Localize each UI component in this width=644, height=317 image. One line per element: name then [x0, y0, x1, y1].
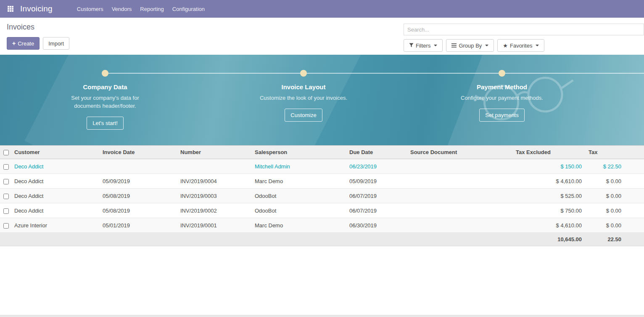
cell-number: INV/2019/0004: [177, 174, 251, 189]
step-title: Payment Method: [477, 83, 527, 91]
favorites-button[interactable]: ★ Favorites: [497, 39, 544, 52]
cell-filler: [625, 218, 644, 233]
table-totals-row: 10,645.00 22.50: [0, 233, 644, 246]
cell-invoice-date: 05/09/2019: [99, 174, 177, 189]
step-description: Customize the look of your invoices.: [260, 94, 347, 102]
star-icon: ★: [503, 43, 508, 48]
lets-start-button[interactable]: Let's start!: [87, 117, 124, 130]
onboarding-step-company-data: Company Data Set your company's data for…: [34, 70, 177, 130]
favorites-button-label: Favorites: [510, 43, 532, 49]
group-by-button-label: Group By: [459, 43, 482, 49]
search-input[interactable]: [404, 24, 644, 35]
column-header-number[interactable]: Number: [177, 146, 251, 159]
cell-due-date: 06/07/2019: [346, 203, 407, 218]
cell-customer: Azure Interior: [11, 218, 99, 233]
cell-due-date: 06/23/2019: [346, 159, 407, 174]
column-header-due-date[interactable]: Due Date: [346, 146, 407, 159]
table-row[interactable]: Deco Addict Mitchell Admin 06/23/2019 $ …: [0, 159, 644, 174]
table-row[interactable]: Deco Addict 05/08/2019 INV/2019/0002 Odo…: [0, 203, 644, 218]
cell-salesperson: OdooBot: [251, 203, 346, 218]
column-header-tax[interactable]: Tax: [585, 146, 625, 159]
onboarding-step-invoice-layout: Invoice Layout Customize the look of you…: [232, 70, 375, 122]
nav-item-reporting[interactable]: Reporting: [136, 0, 168, 18]
column-header-filler: [625, 146, 644, 159]
invoice-list-table: Customer Invoice Date Number Salesperson…: [0, 145, 644, 246]
total-tax: 22.50: [585, 233, 625, 246]
column-header-tax-excluded[interactable]: Tax Excluded: [512, 146, 585, 159]
column-header-source-document[interactable]: Source Document: [407, 146, 512, 159]
nav-item-customers[interactable]: Customers: [73, 0, 108, 18]
table-row[interactable]: Deco Addict 05/09/2019 INV/2019/0004 Mar…: [0, 174, 644, 189]
cell-number: [177, 159, 251, 174]
cell-invoice-date: 05/08/2019: [99, 203, 177, 218]
cell-number: INV/2019/0002: [177, 203, 251, 218]
table-header-row: Customer Invoice Date Number Salesperson…: [0, 146, 644, 159]
column-header-customer[interactable]: Customer: [11, 146, 99, 159]
cell-salesperson: Mitchell Admin: [251, 159, 346, 174]
cell-salesperson: Marc Demo: [251, 218, 346, 233]
chevron-down-icon: [434, 45, 437, 46]
cell-tax-excluded: $ 4,610.00: [512, 218, 585, 233]
totals-spacer: [0, 233, 512, 246]
total-tax-excluded: 10,645.00: [512, 233, 585, 246]
cell-customer: Deco Addict: [11, 203, 99, 218]
nav-item-vendors[interactable]: Vendors: [108, 0, 136, 18]
group-list-icon: [451, 43, 457, 49]
cell-number: INV/2019/0001: [177, 218, 251, 233]
row-checkbox[interactable]: [3, 194, 9, 199]
cell-invoice-date: 05/08/2019: [99, 189, 177, 203]
apps-menu-icon[interactable]: [5, 4, 16, 13]
table-row[interactable]: Azure Interior 05/01/2019 INV/2019/0001 …: [0, 218, 644, 233]
onboarding-banner: Company Data Set your company's data for…: [0, 55, 644, 145]
step-title: Invoice Layout: [281, 83, 325, 91]
search-options: Filters Group By ★ Favorites: [404, 39, 644, 52]
table-row[interactable]: Deco Addict 05/08/2019 INV/2019/0003 Odo…: [0, 189, 644, 203]
cell-tax-excluded: $ 4,610.00: [512, 174, 585, 189]
column-header-salesperson[interactable]: Salesperson: [251, 146, 346, 159]
filter-funnel-icon: [409, 43, 414, 49]
customize-button[interactable]: Customize: [285, 109, 322, 122]
cell-customer: Deco Addict: [11, 189, 99, 203]
cell-tax-excluded: $ 750.00: [512, 203, 585, 218]
column-header-invoice-date[interactable]: Invoice Date: [99, 146, 177, 159]
set-payments-button[interactable]: Set payments: [479, 109, 525, 122]
cell-customer: Deco Addict: [11, 174, 99, 189]
cell-filler: [625, 174, 644, 189]
nav-item-configuration[interactable]: Configuration: [168, 0, 209, 18]
chevron-down-icon: [536, 45, 539, 46]
step-dot-icon: [300, 70, 307, 77]
step-description: Set your company's data for documents he…: [58, 94, 153, 110]
app-brand[interactable]: Invoicing: [20, 4, 53, 13]
cell-filler: [625, 203, 644, 218]
row-checkbox[interactable]: [3, 179, 9, 184]
horizontal-scrollbar-track[interactable]: [0, 315, 644, 317]
onboarding-step-payment-method: Payment Method Configure your payment me…: [430, 70, 573, 122]
cell-source-document: [407, 189, 512, 203]
select-all-checkbox[interactable]: [3, 150, 9, 155]
navbar-menu: Customers Vendors Reporting Configuratio…: [73, 0, 209, 18]
cell-salesperson: OdooBot: [251, 189, 346, 203]
step-dot-icon: [102, 70, 108, 77]
cell-source-document: [407, 174, 512, 189]
row-checkbox[interactable]: [3, 208, 9, 214]
cell-due-date: 06/30/2019: [346, 218, 407, 233]
cell-due-date: 05/09/2019: [346, 174, 407, 189]
import-button-label: Import: [48, 40, 64, 47]
step-title: Company Data: [83, 83, 127, 91]
cell-tax: $ 0.00: [585, 218, 625, 233]
cell-tax: $ 0.00: [585, 189, 625, 203]
cell-filler: [625, 189, 644, 203]
import-button[interactable]: Import: [43, 37, 69, 50]
row-checkbox[interactable]: [3, 164, 9, 170]
cell-tax: $ 0.00: [585, 174, 625, 189]
group-by-button[interactable]: Group By: [446, 39, 494, 52]
create-button[interactable]: + Create: [7, 37, 40, 50]
filters-button[interactable]: Filters: [404, 39, 443, 52]
row-checkbox[interactable]: [3, 223, 9, 229]
cell-number: INV/2019/0003: [177, 189, 251, 203]
cell-filler: [625, 159, 644, 174]
cell-source-document: [407, 159, 512, 174]
cell-tax-excluded: $ 150.00: [512, 159, 585, 174]
cell-tax-excluded: $ 525.00: [512, 189, 585, 203]
create-button-label: Create: [18, 40, 34, 47]
